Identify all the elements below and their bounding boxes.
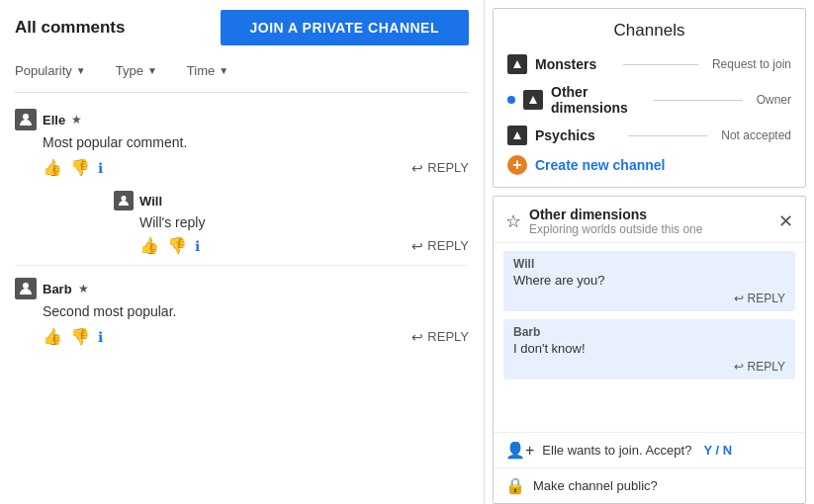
channel-status-psychics: Not accepted bbox=[721, 128, 791, 142]
reply-button-chat-will[interactable]: ↩ REPLY bbox=[513, 292, 785, 305]
right-panel: Channels Monsters Request to join Other … bbox=[485, 0, 814, 504]
filter-popularity[interactable]: Popularity ▼ bbox=[15, 59, 106, 82]
plus-icon: + bbox=[507, 155, 527, 175]
reply-arrow-icon: ↩ bbox=[411, 160, 423, 176]
create-new-channel-row[interactable]: + Create new channel bbox=[507, 155, 791, 175]
chat-messages: Will Where are you? ↩ REPLY Barb I don't… bbox=[494, 243, 805, 432]
avatar-elle bbox=[15, 109, 37, 130]
vote-icons-elle: 👍 👎 ℹ bbox=[43, 158, 103, 177]
reply-button-chat-barb[interactable]: ↩ REPLY bbox=[513, 360, 785, 374]
left-panel: All comments JOIN A PRIVATE CHANNEL Popu… bbox=[0, 0, 485, 504]
top-bar: All comments JOIN A PRIVATE CHANNEL bbox=[15, 10, 469, 45]
info-icon-will[interactable]: ℹ bbox=[195, 238, 200, 254]
comment-text-barb: Second most popular. bbox=[43, 303, 469, 319]
lock-icon: 🔒 bbox=[505, 476, 525, 495]
filter-type[interactable]: Type ▼ bbox=[106, 59, 177, 82]
reply-block-will: Will Will's reply 👍 👎 ℹ ↩ REPLY bbox=[114, 191, 469, 255]
channel-star-icon: ☆ bbox=[505, 210, 521, 232]
channel-line bbox=[628, 135, 707, 136]
star-icon-elle: ★ bbox=[71, 113, 82, 126]
action-row-barb: 👍 👎 ℹ ↩ REPLY bbox=[43, 327, 469, 346]
chat-msg-author-barb: Barb bbox=[513, 325, 785, 339]
svg-point-0 bbox=[23, 114, 29, 120]
filters-bar: Popularity ▼ Type ▼ Time ▼ bbox=[15, 59, 469, 93]
chat-title-block: Other dimensions Exploring worlds outsid… bbox=[529, 207, 770, 236]
reply-button-will[interactable]: ↩ REPLY bbox=[411, 238, 469, 254]
divider bbox=[15, 265, 469, 266]
channels-card: Channels Monsters Request to join Other … bbox=[493, 8, 806, 188]
svg-point-1 bbox=[122, 196, 127, 201]
chat-header: ☆ Other dimensions Exploring worlds outs… bbox=[494, 197, 805, 243]
svg-point-2 bbox=[23, 283, 29, 289]
comment-text-elle: Most popular comment. bbox=[43, 134, 469, 150]
active-dot bbox=[507, 96, 515, 104]
join-request-row: 👤+ Elle wants to join. Accept? Y / N bbox=[494, 433, 805, 468]
thumbs-up-icon[interactable]: 👍 bbox=[139, 236, 159, 255]
info-icon[interactable]: ℹ bbox=[98, 160, 103, 176]
comment-author-row-barb: Barb ★ bbox=[15, 278, 469, 299]
join-private-channel-button[interactable]: JOIN A PRIVATE CHANNEL bbox=[221, 10, 469, 45]
reply-action-row-will: 👍 👎 ℹ ↩ REPLY bbox=[139, 236, 469, 255]
channel-item-monsters: Monsters Request to join bbox=[507, 54, 791, 74]
info-icon-barb[interactable]: ℹ bbox=[98, 329, 103, 345]
thumbs-down-icon[interactable]: 👎 bbox=[70, 327, 90, 346]
channel-status-monsters: Request to join bbox=[712, 57, 791, 71]
comment-block-barb: Barb ★ Second most popular. 👍 👎 ℹ ↩ REPL… bbox=[15, 278, 469, 346]
comment-block-elle: Elle ★ Most popular comment. 👍 👎 ℹ ↩ REP… bbox=[15, 109, 469, 255]
channel-line bbox=[623, 64, 697, 65]
action-row-elle: 👍 👎 ℹ ↩ REPLY bbox=[43, 158, 469, 177]
reply-author-row-will: Will bbox=[114, 191, 469, 210]
author-name-elle: Elle bbox=[43, 113, 65, 127]
all-comments-label: All comments bbox=[15, 18, 125, 38]
channel-name-other-dimensions: Other dimensions bbox=[551, 84, 640, 116]
create-channel-label: Create new channel bbox=[535, 157, 666, 173]
thumbs-up-icon[interactable]: 👍 bbox=[43, 158, 62, 177]
channel-icon-other-dimensions bbox=[523, 90, 543, 110]
chat-channel-name: Other dimensions bbox=[529, 207, 770, 222]
avatar-barb bbox=[15, 278, 37, 299]
chat-message-barb: Barb I don't know! ↩ REPLY bbox=[503, 319, 795, 379]
channel-item-other-dimensions: Other dimensions Owner bbox=[507, 84, 791, 116]
reply-button-elle[interactable]: ↩ REPLY bbox=[411, 160, 469, 176]
channel-name-psychics: Psychics bbox=[535, 127, 614, 143]
close-chat-button[interactable]: ✕ bbox=[778, 210, 793, 232]
channel-item-psychics: Psychics Not accepted bbox=[507, 126, 791, 145]
reply-button-barb[interactable]: ↩ REPLY bbox=[411, 329, 469, 345]
chevron-down-icon: ▼ bbox=[76, 65, 86, 76]
chevron-down-icon: ▼ bbox=[219, 65, 228, 76]
thumbs-down-icon[interactable]: 👎 bbox=[167, 236, 187, 255]
reply-arrow-icon: ↩ bbox=[411, 329, 423, 345]
filter-time[interactable]: Time ▼ bbox=[177, 59, 248, 82]
chevron-down-icon: ▼ bbox=[147, 65, 157, 76]
channel-status-other-dimensions: Owner bbox=[757, 93, 791, 107]
yn-links[interactable]: Y / N bbox=[703, 443, 732, 458]
channel-name-monsters: Monsters bbox=[535, 56, 609, 72]
channel-line bbox=[654, 100, 743, 101]
chat-msg-text-barb: I don't know! bbox=[513, 341, 785, 356]
chat-message-will: Will Where are you? ↩ REPLY bbox=[503, 251, 795, 311]
reply-arrow-icon: ↩ bbox=[411, 238, 423, 254]
star-icon-barb: ★ bbox=[78, 282, 89, 295]
chat-msg-author-will: Will bbox=[513, 257, 785, 271]
chat-msg-text-will: Where are you? bbox=[513, 273, 785, 288]
reply-text-will: Will's reply bbox=[139, 214, 469, 230]
chat-card: ☆ Other dimensions Exploring worlds outs… bbox=[493, 196, 806, 504]
channel-icon-monsters bbox=[507, 54, 527, 74]
vote-icons-barb: 👍 👎 ℹ bbox=[43, 327, 103, 346]
chat-subtitle: Exploring worlds outside this one bbox=[529, 222, 770, 236]
avatar-will bbox=[114, 191, 134, 210]
join-request-text: Elle wants to join. Accept? bbox=[542, 443, 691, 458]
make-public-label: Make channel public? bbox=[533, 478, 658, 493]
channels-title: Channels bbox=[507, 21, 791, 41]
vote-icons-will: 👍 👎 ℹ bbox=[139, 236, 200, 255]
author-name-will: Will bbox=[139, 194, 162, 209]
thumbs-up-icon[interactable]: 👍 bbox=[43, 327, 62, 346]
author-name-barb: Barb bbox=[43, 282, 72, 296]
make-public-row[interactable]: 🔒 Make channel public? bbox=[494, 468, 805, 503]
add-person-icon: 👤+ bbox=[505, 441, 534, 460]
comment-author-row: Elle ★ bbox=[15, 109, 469, 130]
thumbs-down-icon[interactable]: 👎 bbox=[70, 158, 90, 177]
channel-icon-psychics bbox=[507, 126, 527, 145]
chat-footer: 👤+ Elle wants to join. Accept? Y / N 🔒 M… bbox=[494, 432, 805, 503]
